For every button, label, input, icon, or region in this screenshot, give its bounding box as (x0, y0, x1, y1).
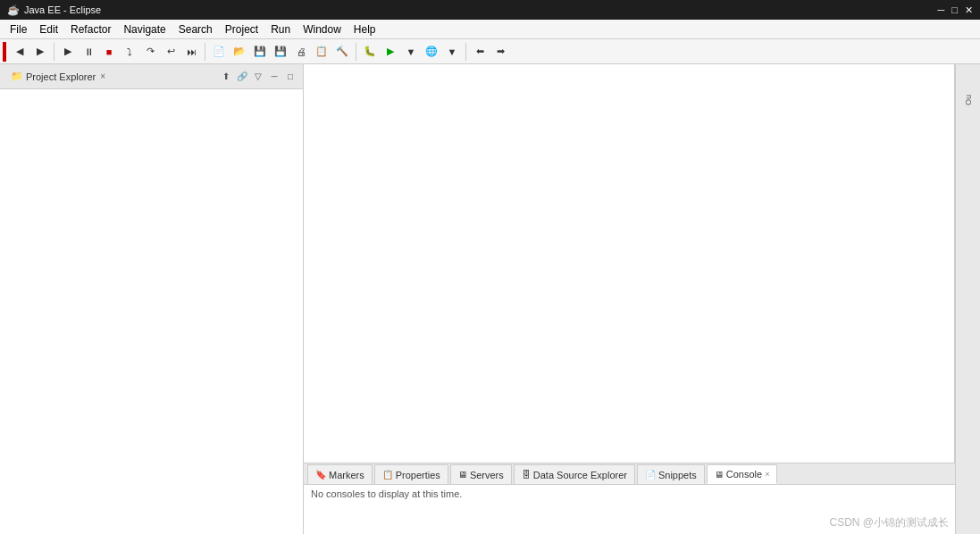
sep2 (205, 43, 205, 61)
menu-refactor[interactable]: Refactor (64, 21, 117, 38)
resume-btn[interactable]: ⏭ (181, 42, 201, 62)
menu-navigate[interactable]: Navigate (117, 21, 172, 38)
tab-servers[interactable]: 🖥 Servers (450, 464, 512, 484)
open-btn[interactable]: 📂 (230, 42, 249, 62)
main-layout: 📁 Project Explorer × ⬆ 🔗 ▽ ─ □ Ou (0, 64, 980, 534)
app-icon: ☕ (7, 4, 20, 16)
tab-data-source-explorer[interactable]: 🗄 Data Source Explorer (514, 464, 635, 484)
server-dropdown[interactable]: ▼ (442, 42, 462, 62)
console-tab-close[interactable]: × (765, 470, 769, 479)
menu-file[interactable]: File (4, 21, 33, 38)
menu-project[interactable]: Project (219, 21, 264, 38)
pause-btn[interactable]: ⏸ (79, 42, 98, 62)
title-bar: ☕ Java EE - Eclipse ─ □ ✕ (0, 0, 980, 20)
project-explorer-label: Project Explorer (26, 71, 96, 82)
debug-btn[interactable]: 🐛 (360, 42, 380, 62)
data-source-icon: 🗄 (522, 470, 531, 480)
console-label: Console (726, 469, 762, 480)
menu-bar: File Edit Refactor Navigate Search Proje… (0, 20, 980, 39)
build-btn[interactable]: 🔨 (332, 42, 352, 62)
save-btn[interactable]: 💾 (250, 42, 270, 62)
close-btn[interactable]: ✕ (965, 4, 973, 16)
server-btn[interactable]: 🌐 (422, 42, 441, 62)
tab-properties[interactable]: 📋 Properties (374, 464, 448, 484)
project-explorer-close[interactable]: × (100, 71, 105, 81)
bottom-panel: 🔖 Markers 📋 Properties 🖥 Servers 🗄 Data … (304, 463, 955, 534)
title-text: Java EE - Eclipse (24, 4, 101, 15)
menu-help[interactable]: Help (348, 21, 382, 38)
step-over-btn[interactable]: ↷ (140, 42, 160, 62)
print-btn[interactable]: 🖨 (291, 42, 311, 62)
menu-search[interactable]: Search (172, 21, 219, 38)
tab-markers[interactable]: 🔖 Markers (307, 464, 373, 484)
project-explorer-content (0, 89, 303, 534)
red-indicator (3, 42, 6, 62)
link-editor-btn[interactable]: 🔗 (235, 70, 249, 84)
left-panel: 📁 Project Explorer × ⬆ 🔗 ▽ ─ □ (0, 64, 304, 534)
maximize-panel-btn[interactable]: □ (283, 70, 297, 84)
forward-btn[interactable]: ▶ (30, 42, 50, 62)
servers-icon: 🖥 (458, 470, 467, 480)
console-message: No consoles to display at this time. (311, 488, 462, 499)
tab-console[interactable]: 🖥 Console × (707, 464, 778, 484)
bottom-content: No consoles to display at this time. (304, 485, 955, 534)
sep1 (54, 43, 54, 61)
properties-label: Properties (396, 470, 440, 480)
next-edit-btn[interactable]: ➡ (490, 42, 510, 62)
menu-window[interactable]: Window (297, 21, 348, 38)
new-btn[interactable]: 📄 (209, 42, 229, 62)
toolbar: ◀ ▶ ▶ ⏸ ■ ⤵ ↷ ↩ ⏭ 📄 📂 💾 💾 🖨 📋 🔨 🐛 ▶ ▼ 🌐 … (0, 39, 980, 64)
save-all-btn[interactable]: 💾 (271, 42, 290, 62)
back-btn[interactable]: ◀ (10, 42, 29, 62)
step-into-btn[interactable]: ⤵ (120, 42, 139, 62)
snippets-icon: 📄 (645, 470, 656, 480)
properties-btn[interactable]: 📋 (312, 42, 331, 62)
project-explorer-header: 📁 Project Explorer × ⬆ 🔗 ▽ ─ □ (0, 64, 303, 89)
markers-icon: 🔖 (315, 470, 326, 480)
view-menu-btn[interactable]: ▽ (251, 70, 265, 84)
prev-edit-btn[interactable]: ⬅ (470, 42, 490, 62)
outline-label: Ou (964, 95, 973, 105)
servers-label: Servers (470, 470, 504, 480)
markers-label: Markers (329, 470, 364, 480)
outline-tab[interactable]: Ou (956, 64, 980, 136)
right-panel: Ou (955, 64, 980, 534)
minimize-btn[interactable]: ─ (938, 4, 945, 16)
maximize-btn[interactable]: □ (951, 4, 958, 16)
sep4 (465, 43, 466, 61)
stop-btn[interactable]: ■ (99, 42, 119, 62)
step-return-btn[interactable]: ↩ (161, 42, 180, 62)
data-source-label: Data Source Explorer (533, 470, 627, 480)
minimize-panel-btn[interactable]: ─ (267, 70, 281, 84)
collapse-all-btn[interactable]: ⬆ (219, 70, 233, 84)
bottom-tabs: 🔖 Markers 📋 Properties 🖥 Servers 🗄 Data … (304, 463, 955, 485)
menu-run[interactable]: Run (264, 21, 297, 38)
project-explorer-icon: 📁 (11, 71, 23, 82)
project-explorer-tab[interactable]: 📁 Project Explorer × (5, 69, 111, 84)
run-btn[interactable]: ▶ (58, 42, 78, 62)
panel-header-actions: ⬆ 🔗 ▽ ─ □ (219, 70, 297, 84)
properties-icon: 📋 (382, 470, 393, 480)
menu-edit[interactable]: Edit (33, 21, 64, 38)
snippets-label: Snippets (658, 470, 697, 480)
tab-snippets[interactable]: 📄 Snippets (637, 464, 705, 484)
sep3 (356, 43, 356, 61)
console-icon: 🖥 (715, 470, 724, 480)
run2-btn[interactable]: ▶ (381, 42, 400, 62)
run-dropdown[interactable]: ▼ (401, 42, 421, 62)
